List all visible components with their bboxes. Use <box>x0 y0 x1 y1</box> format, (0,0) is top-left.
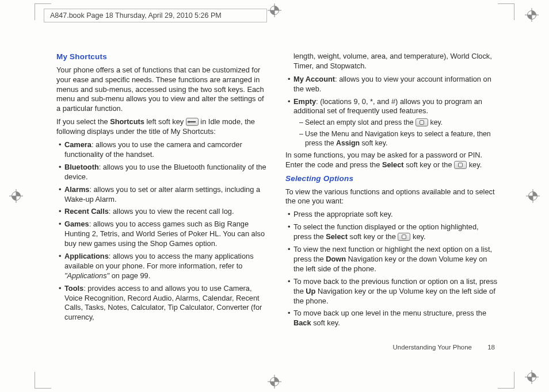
list-item: Bluetooth: allows you to use the Bluetoo… <box>59 163 269 182</box>
heading-selecting-options: Selecting Options <box>285 174 498 184</box>
crop-mark-top-right <box>498 3 514 20</box>
list-item: To move back to the previous function or… <box>288 277 498 306</box>
footer-section-title: Understanding Your Phone <box>393 344 472 351</box>
registration-mark-bottom <box>268 375 281 389</box>
paragraph: length, weight, volume, area, and temper… <box>285 52 498 71</box>
list-item: Games: allows you to access games such a… <box>59 220 269 249</box>
paragraph: Your phone offers a set of functions tha… <box>56 66 269 114</box>
registration-mark-right <box>526 189 540 203</box>
page-footer: Understanding Your Phone 18 <box>393 344 495 351</box>
list-item: Press the appropriate soft key. <box>288 210 498 220</box>
paragraph: To view the various functions and option… <box>285 187 498 207</box>
page-number: 18 <box>487 344 495 351</box>
registration-mark-top-right <box>525 8 539 22</box>
bullet-list: Press the appropriate soft key. To selec… <box>285 210 498 328</box>
registration-mark-bottom-right <box>525 370 539 384</box>
list-item: Select an empty slot and press the key. <box>299 118 498 127</box>
list-item: My Account: allows you to view your acco… <box>288 75 498 94</box>
list-item: To move back up one level in the menu st… <box>288 309 498 328</box>
crop-mark-bottom-left <box>35 372 51 389</box>
header-text: A847.book Page 18 Thursday, April 29, 20… <box>50 11 222 20</box>
list-item: Camera: allows you to use the camera and… <box>59 140 269 160</box>
paragraph: If you select the Shortcuts left soft ke… <box>56 117 269 137</box>
bullet-list: Camera: allows you to use the camera and… <box>56 140 269 322</box>
list-item: To select the function displayed or the … <box>288 222 498 242</box>
page-body: My Shortcuts Your phone offers a set of … <box>56 52 498 358</box>
center-key-icon <box>454 161 467 169</box>
bullet-list: My Account: allows you to view your acco… <box>285 75 498 148</box>
sub-bullet-list: Select an empty slot and press the key. … <box>293 118 498 148</box>
column-left: My Shortcuts Your phone offers a set of … <box>56 52 269 358</box>
center-key-icon <box>415 118 428 126</box>
registration-mark-left <box>9 189 23 203</box>
list-item: Tools: provides access to and allows you… <box>59 284 269 323</box>
list-item: Empty: (locations 9, 0, *, and #) allows… <box>288 97 498 148</box>
list-item: Applications: allows you to access the m… <box>59 252 269 281</box>
list-item: To view the next function or highlight t… <box>288 245 498 274</box>
list-item: Alarms: allows you to set or alter alarm… <box>59 185 269 205</box>
center-key-icon <box>398 233 410 241</box>
list-item: Use the Menu and Navigation keys to sele… <box>299 129 498 148</box>
column-right: length, weight, volume, area, and temper… <box>285 52 498 358</box>
registration-mark-top <box>268 3 281 17</box>
list-item: Recent Calls: allows you to view the rec… <box>59 207 269 217</box>
left-soft-key-icon <box>186 118 199 126</box>
framemaker-header: A847.book Page 18 Thursday, April 29, 20… <box>44 9 267 22</box>
crop-mark-bottom-right <box>498 372 514 389</box>
paragraph: In some functions, you may be asked for … <box>285 151 498 170</box>
heading-my-shortcuts: My Shortcuts <box>56 52 269 62</box>
